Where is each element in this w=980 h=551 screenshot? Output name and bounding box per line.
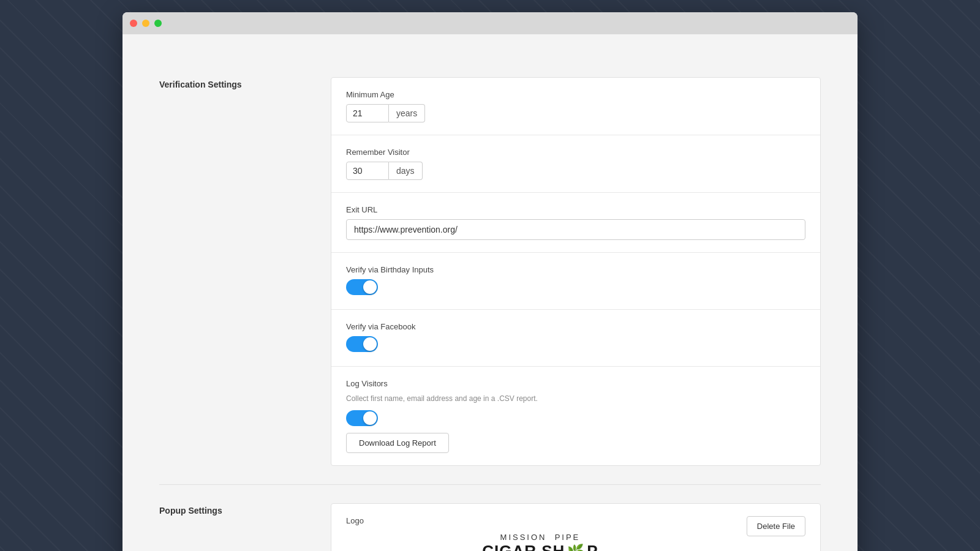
logo-cigar-text: CIGAR SH [482,542,565,551]
minimum-age-unit: years [389,104,425,122]
popup-settings-panel: Logo MISSION PIPE CIGAR SH 🌿 P Delete F [331,503,821,551]
logo-text-line2: CIGAR SH 🌿 P [346,542,734,551]
minimize-button[interactable] [142,20,149,27]
logo-content: Logo MISSION PIPE CIGAR SH 🌿 P [346,516,734,551]
log-visitors-label: Log Visitors [346,379,805,388]
exit-url-input[interactable] [346,219,805,240]
exit-url-section: Exit URL [331,193,820,253]
minimum-age-section: Minimum Age years [331,78,820,135]
remember-visitor-label: Remember Visitor [346,148,805,157]
verify-facebook-label: Verify via Facebook [346,322,805,331]
minimum-age-input[interactable] [346,104,389,122]
minimum-age-label: Minimum Age [346,90,805,99]
verify-birthday-section: Verify via Birthday Inputs [331,253,820,310]
toggle-thumb-fb [363,337,377,351]
remember-visitor-input-group: days [346,162,805,180]
logo-p-text: P [587,542,598,551]
popup-settings-row: Popup Settings Logo MISSION PIPE CIGAR S… [159,485,821,551]
verification-settings-row: Verification Settings Minimum Age years … [159,59,821,485]
verify-birthday-label: Verify via Birthday Inputs [346,265,805,274]
main-content: Verification Settings Minimum Age years … [123,34,858,551]
verification-settings-label: Verification Settings [159,77,331,89]
log-visitors-toggle[interactable] [346,410,378,426]
delete-file-button[interactable]: Delete File [747,516,805,536]
verify-birthday-toggle[interactable] [346,279,378,295]
close-button[interactable] [130,20,137,27]
maximize-button[interactable] [154,20,162,27]
logo-placeholder: MISSION PIPE CIGAR SH 🌿 P [346,533,734,551]
toggle-thumb-log [363,411,377,425]
verification-settings-panel: Minimum Age years Remember Visitor days [331,77,821,466]
popup-settings-label: Popup Settings [159,503,331,515]
app-window: Verification Settings Minimum Age years … [123,12,858,551]
verify-facebook-section: Verify via Facebook [331,310,820,367]
toggle-thumb [363,280,377,294]
download-log-report-button[interactable]: Download Log Report [346,433,449,453]
logo-text-line1: MISSION PIPE [346,533,734,542]
remember-visitor-input[interactable] [346,162,389,180]
logo-section: Logo MISSION PIPE CIGAR SH 🌿 P Delete F [346,516,805,551]
remember-visitor-section: Remember Visitor days [331,135,820,193]
leaf-icon: 🌿 [567,544,584,552]
exit-url-label: Exit URL [346,205,805,214]
log-visitors-section: Log Visitors Collect first name, email a… [331,367,820,465]
verify-facebook-toggle[interactable] [346,336,378,352]
log-visitors-desc: Collect first name, email address and ag… [346,393,805,404]
titlebar [123,12,858,34]
logo-label: Logo [346,516,734,525]
minimum-age-input-group: years [346,104,805,122]
remember-visitor-unit: days [389,162,423,180]
